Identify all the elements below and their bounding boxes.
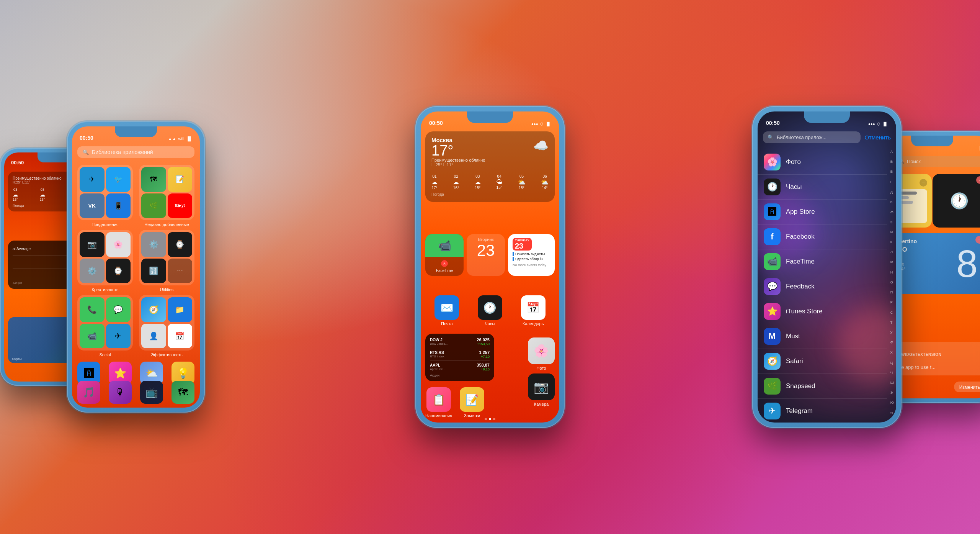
app-list-item-feedback[interactable]: 💬 Feedback: [758, 274, 887, 299]
aapl-val: 358,87: [477, 363, 490, 367]
vk-icon: VK: [80, 193, 105, 218]
app-list-item-facebook[interactable]: f Facebook: [758, 224, 887, 249]
phone4-time: 00:50: [766, 120, 780, 126]
alpha-g: Г: [890, 180, 894, 184]
phone3-bottom-row: 📋 Напоминания 📝 Заметки: [425, 387, 484, 418]
app-list-item-safari[interactable]: 🧭 Safari: [758, 349, 887, 374]
phone1-weather-temp: H:25° L:11°: [13, 180, 62, 184]
alpha-b: Б: [890, 160, 894, 164]
telegram-list-name: Telegram: [786, 407, 813, 415]
alpha-e: Е: [890, 200, 894, 204]
phone2-signal-icon: ▲▲: [168, 136, 176, 141]
phone4-wifi-icon: ⌬: [877, 122, 880, 126]
dow-sub: Dow Jones...: [430, 342, 448, 346]
app-list-item-itunes[interactable]: ⭐ iTunes Store: [758, 299, 887, 324]
facebook-list-name: Facebook: [786, 233, 815, 241]
phone2-creative-folder[interactable]: 📷 🌸 ⚙️ ⌚ Креативность: [77, 230, 133, 292]
mail-icon[interactable]: ✉️: [434, 295, 459, 320]
cal-event-1: Показать виджеты: [513, 252, 550, 256]
clock-icon[interactable]: 🕐: [478, 295, 502, 320]
itunes-list-icon: ⭐: [764, 303, 781, 320]
dismiss-label: Изменить: [959, 385, 980, 390]
phone3-weather-label: Погода: [431, 192, 549, 197]
maps-bottom-icon[interactable]: 🗺: [172, 381, 194, 404]
camera-icon: 📷: [80, 232, 105, 257]
phone4-battery-icon: ▐▌: [882, 122, 888, 126]
notes-icon-lg[interactable]: 📝: [460, 387, 484, 412]
notes-minus[interactable]: −: [920, 179, 927, 187]
maps-icon: 🗺: [141, 167, 166, 192]
phone5-dismiss-btn[interactable]: Изменить: [954, 382, 980, 392]
app-list-item-appstore[interactable]: 🅰 App Store: [758, 200, 887, 224]
telegram-list-icon: ✈: [764, 403, 781, 419]
app-list-item-telegram[interactable]: ✈ Telegram: [758, 399, 887, 423]
aapl-label: AAPL: [430, 363, 445, 367]
phone5-search-bar[interactable]: 🔍 Поиск: [894, 156, 980, 167]
camera-icon-lg[interactable]: 📷: [528, 373, 555, 400]
podcast-bottom-icon[interactable]: 🎙: [109, 381, 132, 404]
app-list-item-snapseed[interactable]: 🌿 Snapseed: [758, 374, 887, 399]
phone3-middle-row: 📹 5 FaceTime Вторник 23 TUESDAY: [425, 234, 555, 276]
phone2-recent-folder[interactable]: 🗺 📝 🌿 fb▶yt Недавно добавленные: [139, 165, 194, 227]
app-icon-blue: 📱: [106, 193, 131, 218]
phone2-utilities-folder[interactable]: ⚙️ ⌚ 🔢 ⋯ Utilities: [139, 230, 194, 292]
phone3-stocks-widget: DOW J Dow Jones... 26 025 +153,50 RTS.RS…: [425, 334, 494, 381]
itunes-list-name: iTunes Store: [786, 308, 823, 315]
phone4-cancel-btn[interactable]: Отменить: [864, 134, 891, 141]
utilities-label: Utilities: [139, 287, 194, 292]
phone2-search-bar[interactable]: 🔍 Библиотека приложений: [77, 146, 194, 158]
phone4-alphabet-sidebar: А Б В Г Д Е Ж З И К Л М Н О П Р С Т У Ф: [890, 150, 894, 415]
phone3-app-row: ✉️ Почта 🕐 Часы 📅 Календарь: [425, 295, 555, 326]
watch-icon: ⌚: [106, 259, 131, 283]
alpha-d: Д: [890, 190, 894, 194]
calendar-app-icon[interactable]: 📅: [521, 295, 546, 320]
alpha-a: А: [890, 150, 894, 154]
phone5-clock-minus[interactable]: −: [976, 176, 980, 184]
app-list-item-photos[interactable]: 🌸 Фото: [758, 150, 887, 175]
facetime-list-name: FaceTime: [786, 258, 815, 265]
phone2-suggestions-folder[interactable]: ✈ 🐦 VK 📱 Предложения: [77, 165, 133, 227]
alpha-l: Л: [890, 250, 894, 254]
phone4-search-bar[interactable]: 🔍 Библиотека прилож...: [763, 131, 861, 143]
must-list-icon: M: [764, 328, 781, 345]
settings-icon-2: ⚙️: [141, 232, 166, 257]
feedback-list-name: Feedback: [786, 283, 815, 290]
reminders-icon[interactable]: 📋: [426, 387, 451, 412]
alpha-r: Р: [890, 300, 894, 304]
aapl-change: +9,15: [477, 367, 490, 371]
phone2-wifi-icon: wifi: [178, 136, 185, 141]
phone4-search-icon: 🔍: [768, 134, 774, 140]
phone5-number: 8: [956, 242, 978, 286]
phone1-weather-title: Преимущественно облачно: [13, 176, 62, 180]
phone2-social-folder[interactable]: 📞 💬 📹 ✈ Social: [77, 295, 133, 357]
snapseed-list-name: Snapseed: [786, 382, 815, 390]
photos-label: Фото: [528, 366, 555, 370]
alpha-m: М: [890, 260, 894, 264]
must-list-name: Must: [786, 333, 800, 340]
phone-3: 00:50 ●●● ⌬ ▐▌ Москва 17° Преимущественн…: [415, 106, 565, 428]
alpha-k: К: [890, 240, 894, 244]
phone3-notch: [467, 111, 513, 123]
clock-label: Часы: [478, 321, 502, 326]
phone3-weather-desc: Преимущественно облачно: [431, 158, 485, 162]
phone-icon: 📞: [80, 297, 105, 322]
cal-event-2: Сделать обзор iO...: [513, 257, 550, 261]
appstore-list-icon: 🅰: [764, 203, 781, 220]
app-list-item-clock[interactable]: 🕐 Часы: [758, 175, 887, 200]
phone5-clock-widget[interactable]: − 🕐: [933, 174, 980, 228]
alpha-p: П: [890, 290, 894, 294]
app-list-item-facetime[interactable]: 📹 FaceTime: [758, 249, 887, 274]
safari-icon: 🧭: [141, 297, 166, 322]
twitter-icon: 🐦: [106, 167, 131, 192]
feedback-list-icon: 💬: [764, 278, 781, 295]
app-list-item-must[interactable]: M Must: [758, 324, 887, 349]
phone2-search-text: Библиотека приложений: [92, 149, 153, 155]
photos-icon-lg[interactable]: 🌸: [528, 337, 555, 364]
facetime-badge: 5: [441, 260, 448, 267]
phone3-cloud-icon: ☁️: [533, 138, 549, 153]
music-bottom-icon[interactable]: 🎵: [77, 381, 100, 404]
phone4-search-row: 🔍 Библиотека прилож... Отменить: [763, 131, 891, 143]
photos-list-name: Фото: [786, 158, 801, 166]
tv-bottom-icon[interactable]: 📺: [140, 381, 163, 404]
phone2-efficiency-folder[interactable]: 🧭 📁 👤 📅 Эффективность: [139, 295, 194, 357]
